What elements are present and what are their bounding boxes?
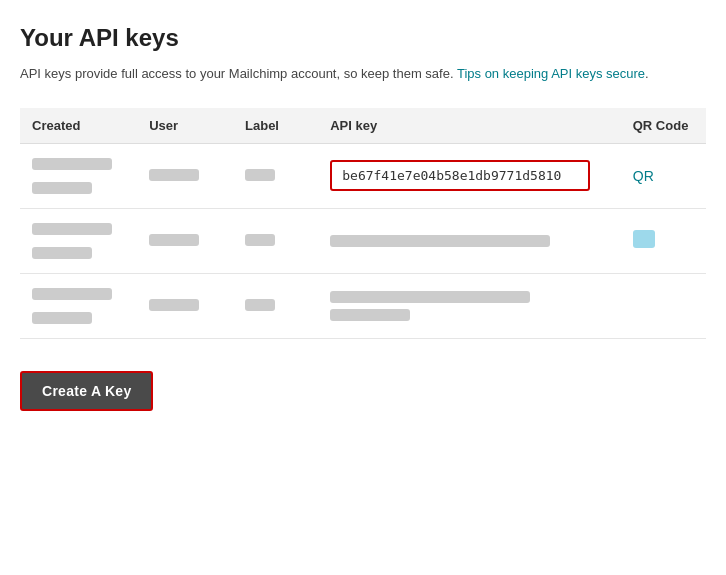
- api-key-value[interactable]: be67f41e7e04b58e1db9771d5810: [330, 160, 590, 191]
- cell-qr-1: QR: [621, 143, 706, 208]
- qr-link-1[interactable]: QR: [633, 168, 654, 184]
- col-header-api-key: API key: [318, 108, 621, 144]
- col-header-user: User: [137, 108, 233, 144]
- cell-qr-3: [621, 273, 706, 338]
- cell-user-1: [137, 143, 233, 208]
- cell-api-key-1: be67f41e7e04b58e1db9771d5810: [318, 143, 621, 208]
- cell-api-key-3: [318, 273, 621, 338]
- table-row: [20, 208, 706, 273]
- cell-label-3: [233, 273, 318, 338]
- api-keys-table: Created User Label API key QR Code be67f: [20, 108, 706, 339]
- description-text: API keys provide full access to your Mai…: [20, 64, 706, 84]
- table-row: [20, 273, 706, 338]
- col-header-label: Label: [233, 108, 318, 144]
- table-header-row: Created User Label API key QR Code: [20, 108, 706, 144]
- cell-api-key-2: [318, 208, 621, 273]
- col-header-qr-code: QR Code: [621, 108, 706, 144]
- cell-created-3: [20, 273, 137, 338]
- cell-user-2: [137, 208, 233, 273]
- cell-created-2: [20, 208, 137, 273]
- cell-label-2: [233, 208, 318, 273]
- cell-user-3: [137, 273, 233, 338]
- col-header-created: Created: [20, 108, 137, 144]
- cell-qr-2: [621, 208, 706, 273]
- create-key-button[interactable]: Create A Key: [20, 371, 153, 411]
- tips-link[interactable]: Tips on keeping API keys secure: [457, 66, 645, 81]
- cell-label-1: [233, 143, 318, 208]
- cell-created-1: [20, 143, 137, 208]
- table-row: be67f41e7e04b58e1db9771d5810 QR: [20, 143, 706, 208]
- page-title: Your API keys: [20, 24, 706, 52]
